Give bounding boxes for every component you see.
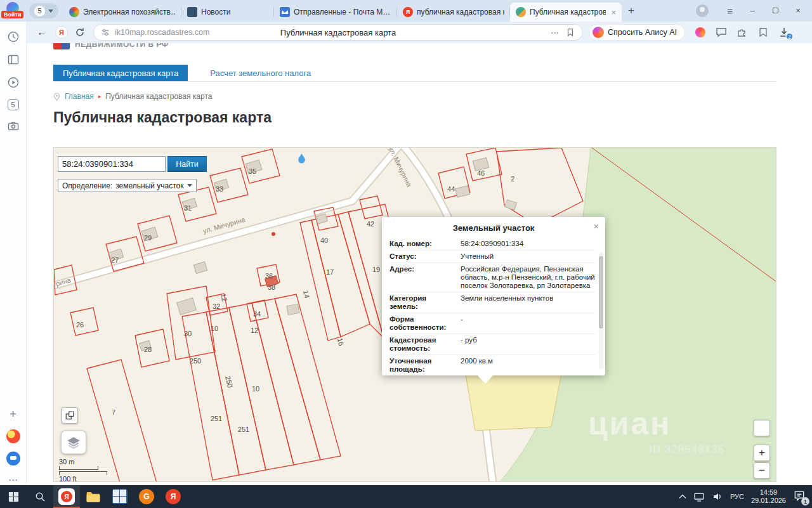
zoom-in-button[interactable]: + xyxy=(754,445,770,461)
tab-favicon xyxy=(516,7,526,17)
parcel-number: 10 xyxy=(252,385,259,393)
alice-label: Спросить Алису AI xyxy=(608,28,677,37)
page-content: НЕДВИЖИМОСТИ В РФ Публичная кадастровая … xyxy=(27,43,812,485)
popup-scrollbar[interactable] xyxy=(599,252,603,369)
maximize-button[interactable] xyxy=(764,0,787,22)
parcel-number: 44 xyxy=(447,185,455,193)
popup-field-value: - руб xyxy=(461,336,595,353)
chat-button[interactable] xyxy=(716,27,727,38)
tray-expand-icon[interactable] xyxy=(679,494,686,499)
browser-tab[interactable]: Публичная кадастровая… × xyxy=(510,3,622,22)
bonus-icon xyxy=(695,27,705,37)
browser-tab[interactable]: Я публичная кадастровая к… × xyxy=(397,3,510,22)
back-button[interactable]: ← xyxy=(37,27,47,38)
yandex-logo-button[interactable] xyxy=(6,429,21,444)
bookmark-icon[interactable] xyxy=(566,28,575,37)
popup-field-label: Категория земель: xyxy=(390,294,461,311)
speaker-icon[interactable] xyxy=(712,491,723,502)
type-label: Определение: xyxy=(62,181,112,190)
browser-tab[interactable]: Электронная похозяйств… × xyxy=(63,3,181,22)
address-more-icon[interactable]: ⋯ xyxy=(551,28,559,37)
network-icon[interactable] xyxy=(693,491,705,502)
parcel-number: 17 xyxy=(326,268,334,276)
popup-field-label: Кад. номер: xyxy=(390,240,461,248)
history-button[interactable] xyxy=(6,29,21,44)
extensions-button[interactable] xyxy=(737,27,748,38)
layers-icon xyxy=(66,436,81,449)
downloads-button[interactable]: 2 xyxy=(778,27,790,38)
yandex-logo-icon xyxy=(6,429,20,443)
fullscreen-button[interactable] xyxy=(62,407,78,424)
watermark: циан xyxy=(588,405,671,442)
popup-field-value: 58:24:0390901:334 xyxy=(461,240,595,248)
layers-button[interactable] xyxy=(61,431,86,454)
refresh-button[interactable] xyxy=(75,27,85,37)
tab-group-chip[interactable]: 5 xyxy=(29,3,58,18)
minimize-button[interactable]: – xyxy=(741,0,764,22)
close-window-button[interactable]: × xyxy=(787,0,809,22)
taskbar-app-blue[interactable] xyxy=(107,485,133,508)
browser-tab[interactable]: Отправленные - Почта M… × xyxy=(274,3,397,22)
popup-field-label: Уточненная площадь: xyxy=(390,357,461,374)
tab-close-icon[interactable]: × xyxy=(610,8,616,17)
tab-favicon xyxy=(69,7,79,17)
folder-icon xyxy=(86,490,101,503)
water-drop-icon xyxy=(298,153,306,164)
type-value: земельный участок xyxy=(115,181,183,190)
tab-title: Электронная похозяйств… xyxy=(83,8,176,16)
profile-button[interactable]: Войти xyxy=(0,0,25,22)
breadcrumb-current: Публичная кадастровая карта xyxy=(105,92,212,101)
popup-row: Адрес: Российская Федерация, Пензенская … xyxy=(390,263,595,292)
language-indicator[interactable]: РУС xyxy=(730,493,744,500)
zoom-out-button[interactable]: − xyxy=(754,462,770,479)
parcel-number: 12 xyxy=(251,327,258,334)
browser-account-avatar[interactable] xyxy=(696,4,709,17)
site-nav-tabs: Публичная кадастровая картаРасчет земель… xyxy=(53,64,320,82)
screenshot-button[interactable] xyxy=(6,119,21,134)
parcel-number: 251 xyxy=(211,415,222,422)
taskbar-explorer[interactable] xyxy=(80,485,107,508)
yandex-home-button[interactable]: Я xyxy=(55,26,68,39)
breadcrumb-home-link[interactable]: Главная xyxy=(65,92,94,101)
browser-menu-button[interactable]: ≡ xyxy=(719,6,741,16)
sidebar-panels-button[interactable] xyxy=(6,52,21,67)
parcel-number: 34 xyxy=(253,310,261,318)
browser-tab[interactable]: Новости × xyxy=(181,3,274,22)
start-button[interactable] xyxy=(0,485,27,508)
search-button[interactable]: Найти xyxy=(167,156,207,172)
popup-field-value: Учтенный xyxy=(461,252,595,261)
popup-scrollbar-thumb[interactable] xyxy=(599,256,603,329)
map-extra-button[interactable] xyxy=(754,420,770,436)
collections-button[interactable] xyxy=(757,27,769,38)
popup-close-icon[interactable]: × xyxy=(593,221,599,231)
site-nav-tab[interactable]: Расчет земельного налога xyxy=(200,65,320,82)
tab-title: Публичная кадастровая… xyxy=(530,8,606,16)
alice-button[interactable]: Спросить Алису AI xyxy=(589,24,685,41)
taskbar-yandex-browser[interactable]: Я xyxy=(53,485,80,508)
map-scale: 30 m 100 ft xyxy=(59,458,107,482)
popup-row: Форма собственности: - xyxy=(390,313,595,334)
browser-tabs: Электронная похозяйств… × Новости × Отпр… xyxy=(63,0,622,22)
browser-side-rail: 5 + ⋯ xyxy=(0,22,27,485)
object-type-select[interactable]: Определение: земельный участок xyxy=(58,179,197,192)
parcel-number: 35 xyxy=(249,167,256,175)
page-title: Публичная кадастровая карта xyxy=(53,109,272,126)
parcel-number: 36 xyxy=(265,272,273,280)
taskbar-app-red[interactable]: Я xyxy=(160,485,187,508)
clock[interactable]: 14:59 29.01.2026 xyxy=(751,488,786,505)
notification-center-button[interactable]: 1 xyxy=(793,490,807,504)
messenger-button[interactable] xyxy=(6,451,21,466)
rail-add-button[interactable]: + xyxy=(6,407,21,422)
parcel-number: 42 xyxy=(367,220,374,228)
taskbar-app-orange[interactable]: G xyxy=(133,485,160,508)
alice-icon xyxy=(593,27,604,38)
new-tab-button[interactable]: + xyxy=(628,4,634,17)
site-nav-tab[interactable]: Публичная кадастровая карта xyxy=(53,65,188,82)
taskbar-search-button[interactable] xyxy=(27,485,53,508)
bonus-button[interactable] xyxy=(695,27,706,38)
tabs-counter-button[interactable]: 5 xyxy=(6,97,21,112)
chat-icon xyxy=(716,27,727,38)
cadastral-search-input[interactable] xyxy=(58,156,166,172)
video-button[interactable] xyxy=(6,75,21,90)
address-bar[interactable]: ik10map.roscadastres.com Публичная кадас… xyxy=(93,24,583,41)
